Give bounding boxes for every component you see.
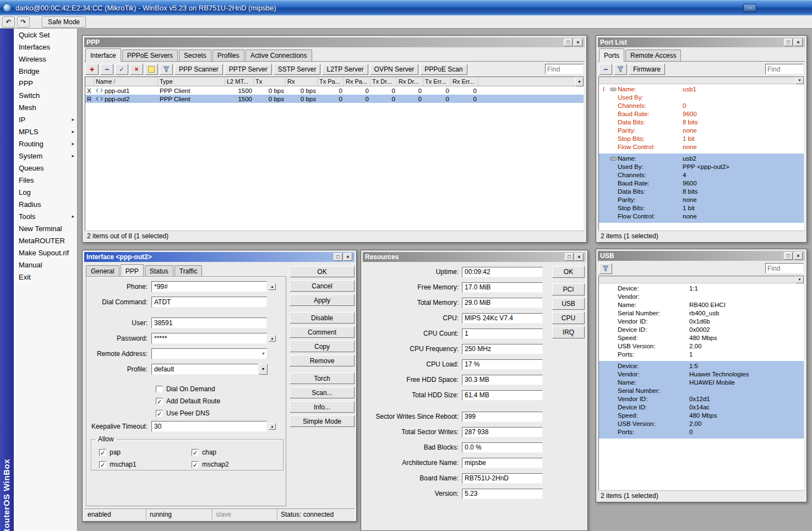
pap-checkbox[interactable]: ✓ <box>99 449 106 456</box>
info-button[interactable]: Info... <box>290 401 355 413</box>
port-item-usb1[interactable]: IName:usb1 Used By: Channels:0 Baud Rate… <box>599 84 804 154</box>
user-input[interactable] <box>151 317 267 329</box>
sidebar-item-mesh[interactable]: Mesh <box>14 101 77 113</box>
interface-close-button[interactable]: × <box>344 253 352 261</box>
profile-input[interactable] <box>151 364 258 375</box>
filter-button[interactable] <box>614 64 627 75</box>
ppp-scanner-button[interactable]: PPP Scanner <box>175 64 223 75</box>
sidebar-item-make-supout[interactable]: Make Supout.rif <box>14 247 77 259</box>
column-picker-button[interactable]: ▼ <box>795 77 804 84</box>
port-list-maximize-button[interactable]: □ <box>784 39 793 46</box>
ppp-window-titlebar[interactable]: PPP □ × <box>84 37 585 47</box>
column-type[interactable]: Type <box>158 77 225 86</box>
resources-titlebar[interactable]: Resources □ × <box>363 252 586 262</box>
pptp-server-button[interactable]: PPTP Server <box>225 64 272 75</box>
enable-button[interactable]: ✓ <box>115 64 128 75</box>
sidebar-item-tools[interactable]: Tools▸ <box>14 210 77 222</box>
copy-button[interactable]: Copy <box>290 341 355 352</box>
remove-button[interactable]: Remove <box>290 355 355 366</box>
redo-button[interactable]: ↷ <box>17 17 30 28</box>
usb-close-button[interactable]: × <box>794 252 803 260</box>
pppoe-scan-button[interactable]: PPPoE Scan <box>420 64 467 75</box>
sidebar-item-quick-set[interactable]: Quick Set <box>14 29 77 41</box>
torch-button[interactable]: Torch <box>290 373 355 384</box>
ppp-close-button[interactable]: × <box>574 39 582 46</box>
sidebar-item-exit[interactable]: Exit <box>14 271 77 283</box>
column-name[interactable]: Name/ <box>94 77 158 86</box>
sidebar-item-files[interactable]: Files <box>14 174 77 186</box>
sidebar-item-manual[interactable]: Manual <box>14 259 77 271</box>
tab-traffic[interactable]: Traffic <box>175 265 203 277</box>
tab-remote-access[interactable]: Remote Access <box>625 50 681 61</box>
tab-general[interactable]: General <box>86 265 119 277</box>
usb-device-1-1[interactable]: Device:1:1 Vendor: Name:RB400 EHCI Seria… <box>599 283 804 361</box>
comment-button[interactable] <box>145 64 158 75</box>
tab-profiles[interactable]: Profiles <box>212 50 244 61</box>
tab-interface[interactable]: Interface <box>85 48 121 62</box>
add-button[interactable]: + <box>85 64 99 75</box>
profile-dropdown-button[interactable]: ▼ <box>259 364 268 375</box>
chap-checkbox[interactable]: ✓ <box>192 449 199 456</box>
safe-mode-button[interactable]: Safe Mode <box>42 17 86 28</box>
filter-button[interactable] <box>160 64 173 75</box>
tab-status[interactable]: Status <box>145 265 173 277</box>
column-tx[interactable]: Tx <box>254 77 286 86</box>
interface-dialog-titlebar[interactable]: Interface <ppp-out2> □ × <box>84 252 355 262</box>
scan-button[interactable]: Scan... <box>290 387 355 398</box>
cpu-button[interactable]: CPU <box>552 312 585 324</box>
sidebar-item-bridge[interactable]: Bridge <box>14 65 77 77</box>
remove-button[interactable]: − <box>100 64 113 75</box>
ovpn-server-button[interactable]: OVPN Server <box>370 64 419 75</box>
disable-button[interactable]: × <box>130 64 143 75</box>
tab-pppoe-servers[interactable]: PPPoE Servers <box>122 50 178 61</box>
ppp-find-input[interactable] <box>545 64 584 74</box>
filter-button[interactable] <box>599 263 612 274</box>
sidebar-item-ppp[interactable]: PPP <box>14 77 77 89</box>
password-unset-button[interactable]: ▲ <box>269 335 276 342</box>
ok-button[interactable]: OK <box>290 266 355 277</box>
keepalive-spin-up[interactable]: ▲ <box>269 423 276 430</box>
mschap1-checkbox[interactable]: ✓ <box>99 461 106 468</box>
dial-on-demand-checkbox[interactable] <box>156 386 163 393</box>
usb-find-input[interactable] <box>765 263 804 273</box>
phone-unset-button[interactable]: ▲ <box>269 283 276 290</box>
add-default-route-checkbox[interactable]: ✓ <box>156 398 163 405</box>
comment-button[interactable]: Comment <box>290 326 355 338</box>
tab-active-connections[interactable]: Active Connections <box>246 50 312 61</box>
ppp-maximize-button[interactable]: □ <box>564 39 573 46</box>
port-list-find-input[interactable] <box>765 64 804 74</box>
cancel-button[interactable]: Cancel <box>290 280 355 292</box>
sidebar-item-routing[interactable]: Routing▸ <box>14 138 77 150</box>
sidebar-item-mpls[interactable]: MPLS▸ <box>14 125 77 138</box>
sidebar-item-switch[interactable]: Switch <box>14 89 77 101</box>
column-tx-packets[interactable]: Tx Pa... <box>318 77 344 86</box>
sidebar-item-log[interactable]: Log <box>14 186 77 198</box>
tab-secrets[interactable]: Secrets <box>179 50 211 61</box>
sidebar-item-ip[interactable]: IP▸ <box>14 113 77 125</box>
column-rx[interactable]: Rx <box>286 77 318 86</box>
keepalive-input[interactable] <box>151 421 267 432</box>
use-peer-dns-checkbox[interactable]: ✓ <box>156 410 163 417</box>
sidebar-item-queues[interactable]: Queues <box>14 162 77 174</box>
usb-device-1-5[interactable]: Device:1:5 Vendor:Huawei Technologies Na… <box>599 361 804 439</box>
sidebar-item-metarouter[interactable]: MetaROUTER <box>14 234 77 247</box>
mschap2-checkbox[interactable]: ✓ <box>192 461 199 468</box>
sidebar-item-new-terminal[interactable]: New Terminal <box>14 222 77 234</box>
column-flag[interactable] <box>85 77 94 86</box>
column-rx-packets[interactable]: Rx Pa... <box>344 77 370 86</box>
dial-command-input[interactable] <box>151 297 267 308</box>
usb-maximize-button[interactable]: □ <box>784 252 793 260</box>
ppp-row-ppp-out2[interactable]: R ppp-out2 PPP Client 1500 0 bps 0 bps 0… <box>85 95 584 103</box>
app-titlebar[interactable]: darko@00:0C:42:E2:34:CC (MikroTik) - Win… <box>0 0 812 15</box>
minimize-button[interactable]: — <box>743 4 756 12</box>
column-picker-button[interactable]: ▼ <box>575 77 584 86</box>
l2tp-server-button[interactable]: L2TP Server <box>322 64 368 75</box>
pci-button[interactable]: PCI <box>552 283 585 295</box>
irq-button[interactable]: IRQ <box>552 326 585 338</box>
sidebar-item-interfaces[interactable]: Interfaces <box>14 41 77 53</box>
undo-button[interactable]: ↶ <box>2 17 15 28</box>
apply-button[interactable]: Apply <box>290 294 355 306</box>
tab-ppp[interactable]: PPP <box>121 264 144 277</box>
column-picker-button[interactable]: ▼ <box>795 276 804 283</box>
sstp-server-button[interactable]: SSTP Server <box>274 64 321 75</box>
